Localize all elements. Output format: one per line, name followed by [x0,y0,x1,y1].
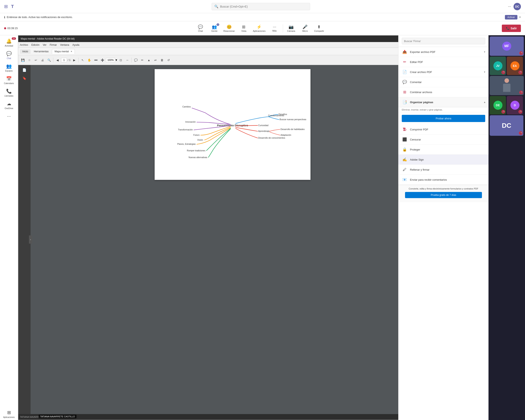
micro-toolbar-btn[interactable]: 🎤 Micro [299,23,312,34]
sidebar-item-onedrive[interactable]: ☁ OneDrive [1,100,17,111]
trial-button[interactable]: Prueba gratis de 7 días [405,192,482,198]
pages-panel-icon[interactable]: 📄 [21,67,28,73]
participant-tile-de: DE 🎤 [490,96,506,114]
menu-ver[interactable]: Ver [43,44,46,46]
avatar-de: DE [493,101,502,110]
chat-btn-label: Chat [198,30,203,32]
tab-mapa-mental[interactable]: Mapa mental × [52,49,75,54]
menu-ventana[interactable]: Ventana [60,44,69,46]
rp-send-comments[interactable]: 📧 Enviar para recibir comentarios [398,175,488,185]
camera-toolbar-btn[interactable]: 📷 Cámara [285,23,298,34]
delete-btn[interactable]: 🗑 [159,57,165,63]
menu-edicion[interactable]: Edición [31,44,39,46]
panel-toggle-btn[interactable]: ‹ [29,235,32,244]
cursor-btn[interactable]: ↖ [80,57,85,63]
search-toolbar-btn[interactable]: 🔍 [46,57,52,63]
zoom-dropdown-icon[interactable]: ▾ [115,58,117,62]
menu-ayuda[interactable]: Ayuda [72,44,79,46]
hand-btn[interactable]: ✋ [86,57,92,63]
rp-create-pdf[interactable]: 📄 Crear archivo PDF ▾ [398,67,488,77]
rp-comment[interactable]: 💬 Comentar [398,77,488,87]
sidebar-item-chat[interactable]: 💬 Chat [1,49,17,61]
view-toolbar-btn[interactable]: ⊞ Vista [237,23,250,34]
tab-herramientas[interactable]: Herramientas [31,49,51,54]
pdf-scroll-area[interactable]: Pensamiento Disruptivo Cambios Innovació… [30,65,435,414]
svg-text:Visión: Visión [197,139,203,141]
sidebar-item-aplicaciones[interactable]: ⊞ Aplicaciones [1,408,17,420]
acrobat-status-bar: TATIANA NAVARRETE CASTILLO [18,414,435,420]
share-toolbar-btn[interactable]: ⬆ Compartir [312,23,326,34]
rp-compress[interactable]: 🗜 Comprimir PDF [398,124,488,135]
sidebar-item-calendario[interactable]: 📅 Calendario [1,75,17,86]
chat-toolbar-btn[interactable]: 💬 Chat [194,23,207,34]
rp-fill-sign[interactable]: 🖊 Rellenar y firmar [398,165,488,175]
sidebar-item-llamadas[interactable]: 📞 Llamadas [1,87,17,99]
adobe-sign-label: Adobe Sign [410,158,485,161]
rp-search-input[interactable] [402,38,485,44]
toolbar-divider-3 [131,58,132,63]
undo-btn[interactable]: ↺ [166,57,171,63]
acrobat-title-text: Mapa mental - Adobe Acrobat Reader DC (6… [21,37,75,40]
search-box[interactable]: 🔍 [212,3,310,10]
fit-width-btn[interactable]: ↔ [124,57,130,63]
react-toolbar-btn[interactable]: 😊 Reaccionar [222,23,236,34]
rp-adobe-sign[interactable]: ✍ Adobe Sign [398,155,488,165]
search-input[interactable] [220,5,307,8]
mic-off-ea[interactable]: 🎤 [518,71,522,74]
rp-organize[interactable]: 📑 Organizar páginas ▴ [398,97,488,107]
zoom-input[interactable] [106,58,115,62]
mic-off-jv[interactable]: 🎤 [501,71,505,74]
create-pdf-label: Crear archivo PDF [410,71,481,74]
activate-button[interactable]: Activar [505,15,517,19]
apps-toolbar-btn[interactable]: ⚡ Aplicaciones [251,23,267,34]
more-toolbar-btn[interactable]: ··· Más [268,23,281,34]
apps-grid-icon[interactable]: ⊞ [4,4,8,9]
print-btn[interactable]: 🖨 [40,57,45,63]
participant-tile-dc: DC 🎤 [490,115,523,136]
draw-btn[interactable]: ✏ [140,57,145,63]
rp-edit-pdf[interactable]: ✏ Editar PDF [398,57,488,67]
zoom-in-btn[interactable]: ➕ [99,57,105,63]
bookmark-btn[interactable]: ☆ [27,57,32,63]
calendario-icon: 📅 [6,76,12,81]
mic-off-tc[interactable]: 🎤 [519,91,523,94]
svg-text:Transformación: Transformación [178,129,193,131]
bookmarks-panel-icon[interactable]: 🔖 [21,75,28,81]
mic-off-mf[interactable]: 🎤 [519,51,523,55]
title-bar-right: ··· DC [508,3,521,10]
fit-page-btn[interactable]: ⊡ [118,57,124,63]
save-btn[interactable]: 💾 [20,57,26,63]
rp-redact[interactable]: ⬛ Censurar [398,135,488,145]
menu-archivo[interactable]: Archivo [20,44,28,46]
more-options-icon[interactable]: ··· [508,4,511,9]
mic-off-d[interactable]: 🎤 [518,110,522,114]
menu-firmar[interactable]: Firmar [50,44,57,46]
export-pdf-icon: 📤 [402,49,407,55]
actividad-icon: 🔔 [6,38,12,44]
leave-button[interactable]: 📞 Salir [502,25,521,32]
tab-inicio[interactable]: Inicio [20,49,30,54]
try-now-button[interactable]: Probar ahora [402,115,485,122]
comment-label: Comentar [410,81,485,84]
close-notification-icon[interactable]: × [519,15,521,19]
next-btn[interactable]: ▶ [71,57,77,63]
tab-close-icon[interactable]: × [71,50,72,53]
mic-off-de[interactable]: 🎤 [501,110,505,114]
prev-btn[interactable]: ◀ [55,57,60,63]
onedrive-label: OneDrive [5,107,13,110]
people-toolbar-btn[interactable]: 👥 Gente 9 [208,23,221,34]
main-layout: 🔔 Actividad 25 💬 Chat 👥 Equipos 📅 Calend… [0,35,525,420]
highlight-btn[interactable]: ▲ [146,57,152,63]
mic-off-dc[interactable]: 🎤 [519,131,523,135]
sidebar-item-more[interactable]: ··· [1,112,17,121]
user-avatar[interactable]: DC [514,3,521,10]
zoom-out-btn[interactable]: ➖ [93,57,99,63]
rp-combine[interactable]: ⊞ Combinar archivos [398,87,488,97]
page-input[interactable] [61,58,67,62]
comment-btn[interactable]: 💬 [133,57,139,63]
eraser-btn[interactable]: ⇌ [153,57,158,63]
back-btn[interactable]: ↩ [33,57,39,63]
rp-export-pdf[interactable]: 📤 Exportar archivo PDF ▾ [398,47,488,57]
sidebar-item-equipos[interactable]: 👥 Equipos [1,62,17,74]
rp-protect[interactable]: 🔒 Proteger [398,145,488,155]
